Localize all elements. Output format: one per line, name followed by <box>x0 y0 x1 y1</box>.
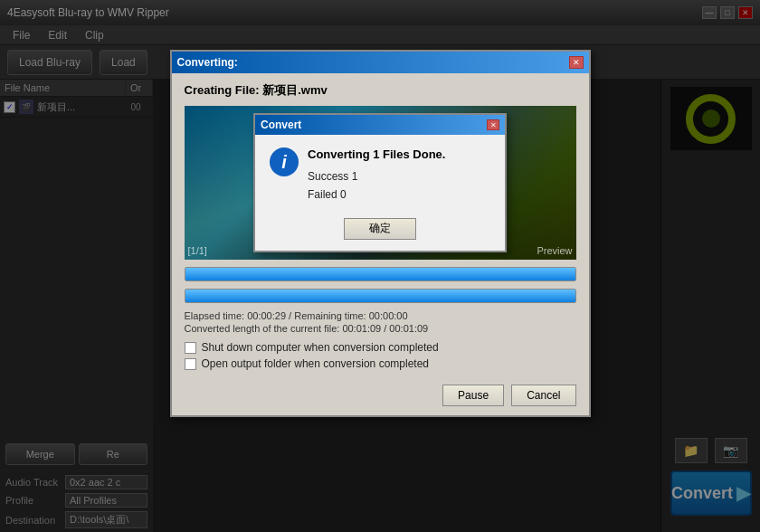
converting-file-label: Creating File: 新项目.wmv <box>185 82 576 99</box>
shutdown-checkbox[interactable] <box>185 342 196 354</box>
inner-ok-button[interactable]: 确定 <box>344 218 416 240</box>
elapsed-time: Elapsed time: 00:00:29 / Remaining time:… <box>185 310 576 321</box>
inner-dialog-overlay: Convert ✕ i Converting 1 Files Done. Suc… <box>185 106 576 260</box>
converting-overlay: Converting: ✕ Creating File: 新项目.wmv [1/… <box>0 0 760 532</box>
inner-message: Converting 1 Files Done. <box>308 147 490 161</box>
inner-dialog-title: Convert <box>261 119 301 131</box>
converting-title-bar: Converting: ✕ <box>172 52 589 73</box>
progress-bar-1 <box>185 267 576 281</box>
shutdown-label: Shut down computer when conversion compl… <box>202 341 439 354</box>
app-window: 4Easysoft Blu-ray to WMV Ripper — □ ✕ Fi… <box>0 0 760 532</box>
pause-button[interactable]: Pause <box>442 385 504 406</box>
progress-fill-2 <box>185 290 575 302</box>
progress-fill-1 <box>185 268 575 280</box>
checkbox-shutdown: Shut down computer when conversion compl… <box>185 341 576 354</box>
inner-body: i Converting 1 Files Done. Success 1 Fai… <box>255 135 505 212</box>
inner-success: Success 1 <box>308 168 490 185</box>
conversion-stats: Elapsed time: 00:00:29 / Remaining time:… <box>185 310 576 334</box>
converting-title: Converting: <box>177 56 238 69</box>
info-icon: i <box>270 147 299 176</box>
inner-convert-dialog: Convert ✕ i Converting 1 Files Done. Suc… <box>253 113 507 252</box>
video-preview: [1/1] Preview Convert ✕ i <box>185 106 576 260</box>
checkbox-open-folder: Open output folder when conversion compl… <box>185 357 576 370</box>
inner-text: Converting 1 Files Done. Success 1 Faile… <box>308 147 490 203</box>
inner-title-bar: Convert ✕ <box>255 115 505 135</box>
converting-dialog: Converting: ✕ Creating File: 新项目.wmv [1/… <box>170 50 591 417</box>
converting-body: Creating File: 新项目.wmv [1/1] Preview Con… <box>172 73 589 379</box>
progress-bar-2 <box>185 289 576 303</box>
cancel-button[interactable]: Cancel <box>511 385 575 406</box>
inner-ok-row: 确定 <box>255 213 505 251</box>
inner-close-button[interactable]: ✕ <box>487 119 499 130</box>
conversion-checkboxes: Shut down computer when conversion compl… <box>185 341 576 370</box>
open-folder-label: Open output folder when conversion compl… <box>202 357 430 370</box>
converting-close-button[interactable]: ✕ <box>569 56 584 69</box>
converting-buttons: Pause Cancel <box>172 379 589 415</box>
open-folder-checkbox[interactable] <box>185 358 196 370</box>
inner-failed: Failed 0 <box>308 186 490 204</box>
converted-length: Converted length of the current file: 00… <box>185 323 576 334</box>
